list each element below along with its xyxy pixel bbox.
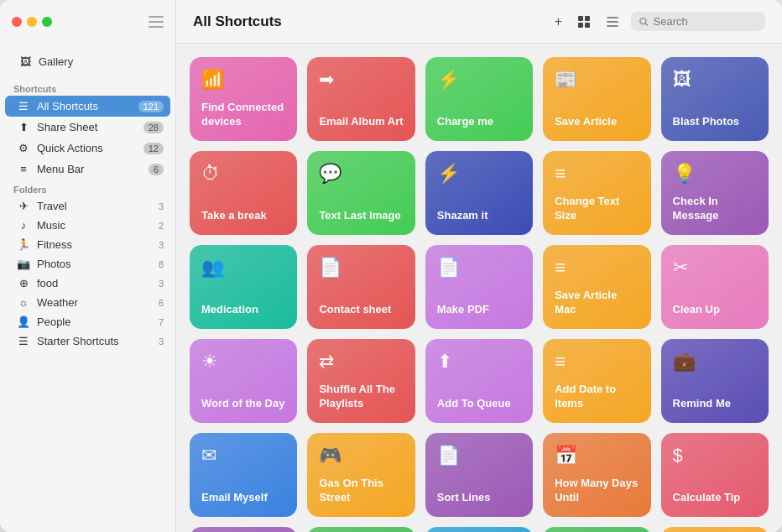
shortcut-card-screenshots[interactable]: ⬡Screenshots — [307, 527, 414, 532]
search-input[interactable] — [654, 15, 757, 28]
card-label-take-break: Take a break — [201, 209, 285, 223]
shortcut-card-medication[interactable]: 👥Medication — [190, 245, 297, 329]
svg-rect-2 — [578, 23, 583, 28]
shortcut-card-add-date-items[interactable]: ≡Add Date to Items — [543, 339, 650, 423]
starter-label: Starter Shortcuts — [37, 335, 119, 347]
shortcut-card-find-connected[interactable]: 📶Find Connected devices — [190, 57, 297, 141]
card-label-add-date-items: Add Date to Items — [555, 383, 639, 411]
shortcut-card-infinite-loop[interactable]: ⬡Infinite Loop — [543, 527, 650, 532]
folder-people[interactable]: 👤 People 7 — [5, 312, 170, 331]
card-label-how-many-days: How Many Days Until — [555, 477, 639, 505]
gallery-section: 🖼 Gallery — [0, 44, 175, 79]
card-icon-medication: 👥 — [201, 257, 285, 279]
svg-rect-1 — [585, 16, 590, 21]
shortcut-card-check-in-message[interactable]: 💡Check In Message — [661, 151, 769, 235]
folder-fitness[interactable]: 🏃 Fitness 3 — [5, 235, 170, 254]
sidebar-titlebar — [0, 0, 175, 44]
folders-nav: ✈ Travel 3 ♪ Music 2 🏃 Fitness 3 📷 Photo… — [0, 196, 175, 351]
card-icon-take-break: ⏱ — [201, 163, 285, 185]
folder-music[interactable]: ♪ Music 2 — [5, 216, 170, 235]
shortcut-card-blast-photos[interactable]: 🖼Blast Photos — [661, 57, 769, 141]
shortcut-card-contact-sheet[interactable]: 📄Contact sheet — [307, 245, 414, 329]
card-icon-blast-photos: 🖼 — [673, 69, 757, 91]
travel-icon: ✈ — [17, 200, 30, 212]
sidebar-item-all-shortcuts[interactable]: ☰ All Shortcuts 121 — [5, 96, 170, 117]
shortcut-card-change-text-size[interactable]: ≡Change Text Size — [543, 151, 650, 235]
svg-line-8 — [645, 23, 648, 25]
card-icon-save-article-mac: ≡ — [555, 257, 639, 279]
card-icon-sort-lines: 📄 — [437, 445, 521, 467]
shortcut-card-make-pdf[interactable]: 📄Make PDF — [425, 245, 533, 329]
minimize-button[interactable] — [27, 17, 37, 27]
shortcut-card-save-article-mac[interactable]: ≡Save Article Mac — [543, 245, 650, 329]
list-view-button[interactable] — [602, 12, 623, 32]
card-icon-clean-up: ✂ — [673, 257, 757, 279]
people-icon: 👤 — [17, 316, 30, 328]
shortcut-card-shazam-it[interactable]: ⚡Shazam it — [425, 151, 533, 235]
header-actions: + — [551, 11, 765, 33]
photos-badge: 8 — [159, 259, 164, 269]
card-label-email-album: Email Album Art — [319, 115, 403, 129]
card-label-change-text-size: Change Text Size — [555, 195, 639, 223]
shortcut-card-place-to-eat[interactable]: 🎨Place To Eat — [190, 527, 297, 532]
search-box — [631, 12, 765, 31]
folder-weather[interactable]: ☼ Weather 6 — [5, 293, 170, 312]
card-icon-gas-street: 🎮 — [319, 445, 403, 467]
folder-travel[interactable]: ✈ Travel 3 — [5, 196, 170, 216]
list-icon — [606, 15, 619, 29]
shortcut-card-save-article[interactable]: 📰Save Article — [543, 57, 650, 141]
shortcut-card-location-to-mother[interactable]: ➤Location to Mother — [425, 527, 533, 532]
card-label-gas-street: Gas On This Street — [319, 477, 403, 505]
card-icon-make-pdf: 📄 — [437, 257, 521, 279]
shortcut-card-add-to-queue[interactable]: ⬆Add To Queue — [425, 339, 533, 423]
folder-food[interactable]: ⊕ food 3 — [5, 274, 170, 293]
card-icon-email-album: ➡ — [319, 69, 403, 91]
card-label-save-article: Save Article — [555, 115, 639, 129]
svg-rect-4 — [607, 17, 618, 18]
food-badge: 3 — [159, 279, 164, 289]
grid-view-button[interactable] — [574, 12, 594, 32]
shortcut-card-remind-me[interactable]: 💼Remind Me — [661, 339, 769, 423]
shortcut-card-shuffle-playlists[interactable]: ⇄Shuffle All The Playlists — [307, 339, 414, 423]
sidebar-toggle-icon[interactable] — [149, 16, 164, 28]
gallery-item[interactable]: 🖼 Gallery — [12, 50, 164, 72]
add-shortcut-button[interactable]: + — [551, 11, 566, 33]
shortcut-card-gas-street[interactable]: 🎮Gas On This Street — [307, 433, 414, 517]
shortcut-card-how-many-days[interactable]: 📅How Many Days Until — [543, 433, 650, 517]
shortcut-card-content-graph[interactable]: ⬡Content Graph — [661, 527, 769, 532]
shortcut-card-sort-lines[interactable]: 📄Sort Lines — [425, 433, 533, 517]
sidebar-item-menu-bar[interactable]: ≡ Menu Bar 6 — [5, 159, 170, 180]
shortcut-card-email-myself[interactable]: ✉Email Myself — [190, 433, 297, 517]
photos-icon: 📷 — [17, 258, 30, 270]
svg-rect-6 — [607, 25, 618, 27]
menu-bar-label: Menu Bar — [37, 163, 84, 175]
shortcut-card-calculate-tip[interactable]: $Calculate Tip — [661, 433, 769, 517]
shortcut-card-text-last-image[interactable]: 💬Text Last Image — [307, 151, 414, 235]
folder-starter[interactable]: ☰ Starter Shortcuts 3 — [5, 331, 170, 351]
main-content: All Shortcuts + — [176, 0, 782, 532]
card-label-shuffle-playlists: Shuffle All The Playlists — [319, 383, 403, 411]
search-icon — [639, 17, 649, 27]
svg-rect-0 — [578, 16, 583, 21]
maximize-button[interactable] — [42, 17, 52, 27]
shortcut-card-clean-up[interactable]: ✂Clean Up — [661, 245, 769, 329]
shortcut-card-charge-me[interactable]: ⚡Charge me — [425, 57, 533, 141]
folder-photos[interactable]: 📷 Photos 8 — [5, 254, 170, 274]
shortcut-card-word-of-day[interactable]: ☀Word of the Day — [190, 339, 297, 423]
menu-bar-badge: 6 — [149, 164, 164, 175]
music-label: Music — [37, 219, 65, 232]
sidebar-item-share-sheet[interactable]: ⬆ Share Sheet 28 — [5, 117, 170, 138]
share-sheet-badge: 28 — [143, 122, 164, 133]
sidebar-item-quick-actions[interactable]: ⚙ Quick Actions 12 — [5, 138, 170, 159]
card-icon-save-article: 📰 — [555, 69, 639, 91]
card-label-shazam-it: Shazam it — [437, 209, 521, 223]
gallery-label: Gallery — [39, 55, 73, 68]
food-icon: ⊕ — [17, 277, 30, 289]
card-icon-add-to-queue: ⬆ — [437, 351, 521, 373]
shortcuts-section-label: Shortcuts — [0, 79, 175, 96]
card-label-email-myself: Email Myself — [201, 491, 285, 505]
shortcut-card-email-album[interactable]: ➡Email Album Art — [307, 57, 414, 141]
shortcut-card-take-break[interactable]: ⏱Take a break — [190, 151, 297, 235]
quick-actions-icon: ⚙ — [17, 142, 30, 154]
close-button[interactable] — [12, 17, 22, 27]
